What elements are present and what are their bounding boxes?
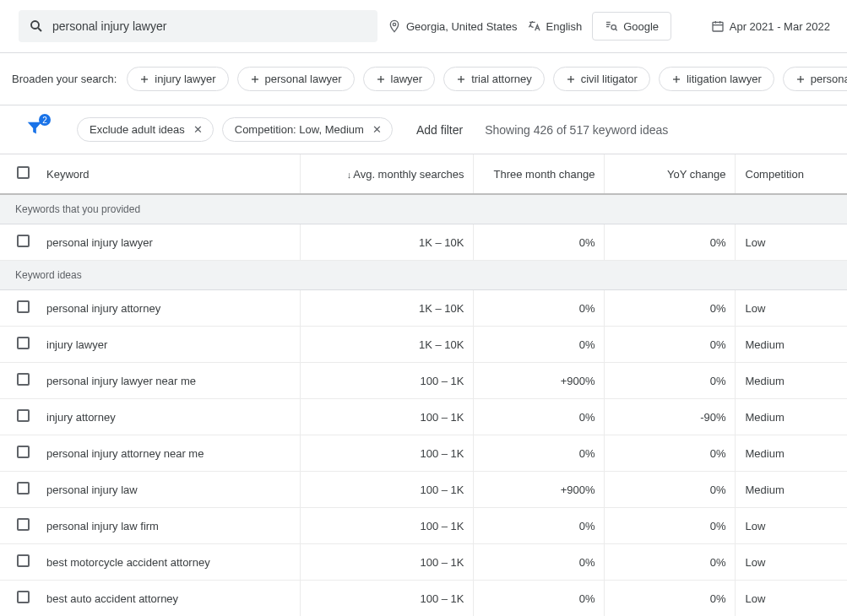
table-row[interactable]: injury attorney100 – 1K0%-90%Medium bbox=[0, 399, 847, 435]
table-row[interactable]: best auto accident attorney100 – 1K0%0%L… bbox=[0, 581, 847, 617]
col-three-month[interactable]: Three month change bbox=[473, 154, 604, 195]
plus-icon bbox=[376, 74, 386, 84]
section-header: Keywords that you provided bbox=[0, 194, 847, 224]
cell-three: 0% bbox=[473, 399, 604, 435]
cell-comp: Low bbox=[735, 508, 847, 544]
date-range-text: Apr 2021 - Mar 2022 bbox=[730, 20, 830, 33]
network-selector[interactable]: Google bbox=[592, 12, 671, 41]
cell-keyword: personal injury attorney bbox=[38, 290, 300, 327]
cell-yoy: 0% bbox=[604, 508, 735, 544]
cell-three: 0% bbox=[473, 435, 604, 472]
select-all-checkbox[interactable] bbox=[17, 166, 30, 179]
cell-three: 0% bbox=[473, 224, 604, 261]
cell-comp: Medium bbox=[735, 472, 847, 508]
cell-avg: 100 – 1K bbox=[300, 435, 473, 472]
location-selector[interactable]: Georgia, United States bbox=[388, 19, 518, 33]
cell-three: 0% bbox=[473, 581, 604, 617]
cell-comp: Low bbox=[735, 224, 847, 261]
chip-label: trial attorney bbox=[471, 73, 532, 85]
col-competition[interactable]: Competition bbox=[735, 154, 847, 195]
cell-three: 0% bbox=[473, 544, 604, 581]
cell-yoy: 0% bbox=[604, 544, 735, 581]
language-selector[interactable]: English bbox=[528, 19, 583, 33]
filter-funnel[interactable]: 2 bbox=[25, 119, 44, 140]
row-checkbox[interactable] bbox=[17, 373, 30, 386]
close-icon[interactable]: ✕ bbox=[193, 123, 203, 136]
svg-line-4 bbox=[616, 29, 617, 30]
cell-keyword: injury attorney bbox=[38, 399, 300, 435]
cell-yoy: 0% bbox=[604, 472, 735, 508]
broaden-bar: Broaden your search: injury lawyerperson… bbox=[0, 53, 847, 105]
network-text: Google bbox=[623, 20, 659, 33]
cell-avg: 100 – 1K bbox=[300, 399, 473, 435]
cell-avg: 1K – 10K bbox=[300, 290, 473, 327]
broaden-chip[interactable]: litigation lawyer bbox=[659, 67, 774, 91]
cell-avg: 100 – 1K bbox=[300, 544, 473, 581]
row-checkbox[interactable] bbox=[17, 591, 30, 603]
row-checkbox[interactable] bbox=[17, 300, 30, 313]
cell-comp: Medium bbox=[735, 327, 847, 363]
svg-point-3 bbox=[611, 25, 616, 30]
cell-avg: 1K – 10K bbox=[300, 327, 473, 363]
row-checkbox[interactable] bbox=[17, 482, 30, 494]
row-checkbox[interactable] bbox=[17, 446, 30, 458]
broaden-chip[interactable]: civil litigator bbox=[553, 67, 650, 91]
svg-point-0 bbox=[31, 21, 39, 29]
table-row[interactable]: personal injury lawyer near me100 – 1K+9… bbox=[0, 363, 847, 399]
row-checkbox[interactable] bbox=[17, 554, 30, 567]
location-text: Georgia, United States bbox=[406, 20, 518, 33]
cell-keyword: personal injury lawyer bbox=[38, 224, 300, 261]
col-keyword[interactable]: Keyword bbox=[38, 154, 300, 195]
row-checkbox[interactable] bbox=[17, 518, 30, 531]
cell-comp: Low bbox=[735, 544, 847, 581]
plus-icon bbox=[566, 74, 576, 84]
cell-keyword: best auto accident attorney bbox=[38, 581, 300, 617]
broaden-chip[interactable]: injury lawyer bbox=[127, 67, 228, 91]
chip-label: lawyer bbox=[391, 73, 423, 85]
search-input[interactable] bbox=[52, 19, 367, 33]
row-checkbox[interactable] bbox=[17, 235, 30, 247]
chip-label: personal injury bbox=[811, 73, 847, 85]
col-avg-searches[interactable]: ↓Avg. monthly searches bbox=[300, 154, 473, 195]
table-row[interactable]: personal injury law firm100 – 1K0%0%Low bbox=[0, 508, 847, 544]
cell-yoy: 0% bbox=[604, 224, 735, 261]
cell-comp: Low bbox=[735, 290, 847, 327]
cell-avg: 100 – 1K bbox=[300, 581, 473, 617]
date-range-selector[interactable]: Apr 2021 - Mar 2022 bbox=[711, 19, 830, 33]
svg-line-1 bbox=[38, 28, 41, 31]
close-icon[interactable]: ✕ bbox=[372, 123, 382, 136]
col-yoy[interactable]: YoY change bbox=[604, 154, 735, 195]
broaden-chip[interactable]: lawyer bbox=[363, 67, 436, 91]
filter-count-badge: 2 bbox=[39, 114, 51, 126]
cell-comp: Medium bbox=[735, 399, 847, 435]
sort-down-icon: ↓ bbox=[347, 170, 352, 180]
cell-keyword: best motorcycle accident attorney bbox=[38, 544, 300, 581]
cell-yoy: 0% bbox=[604, 363, 735, 399]
cell-comp: Low bbox=[735, 581, 847, 617]
network-icon bbox=[605, 19, 618, 33]
row-checkbox[interactable] bbox=[17, 337, 30, 349]
table-row[interactable]: personal injury lawyer1K – 10K0%0%Low bbox=[0, 224, 847, 261]
table-header-row: Keyword ↓Avg. monthly searches Three mon… bbox=[0, 154, 847, 195]
table-row[interactable]: injury lawyer1K – 10K0%0%Medium bbox=[0, 327, 847, 363]
location-icon bbox=[388, 19, 401, 33]
broaden-chip[interactable]: trial attorney bbox=[443, 67, 545, 91]
table-row[interactable]: personal injury law100 – 1K+900%0%Medium bbox=[0, 472, 847, 508]
row-checkbox[interactable] bbox=[17, 409, 30, 422]
add-filter-button[interactable]: Add filter bbox=[416, 123, 463, 137]
table-row[interactable]: personal injury attorney1K – 10K0%0%Low bbox=[0, 290, 847, 327]
table-row[interactable]: best motorcycle accident attorney100 – 1… bbox=[0, 544, 847, 581]
chip-label: injury lawyer bbox=[155, 73, 215, 85]
plus-icon bbox=[795, 74, 806, 84]
cell-comp: Medium bbox=[735, 363, 847, 399]
chip-label: litigation lawyer bbox=[687, 73, 762, 85]
top-bar: Georgia, United States English Google Ap… bbox=[0, 0, 847, 53]
search-box[interactable] bbox=[19, 10, 377, 42]
cell-avg: 1K – 10K bbox=[300, 224, 473, 261]
cell-three: +900% bbox=[473, 363, 604, 399]
table-row[interactable]: personal injury attorney near me100 – 1K… bbox=[0, 435, 847, 472]
broaden-chip[interactable]: personal injury bbox=[783, 67, 847, 91]
cell-three: 0% bbox=[473, 508, 604, 544]
filter-bar: 2 Exclude adult ideas✕Competition: Low, … bbox=[0, 105, 847, 154]
broaden-chip[interactable]: personal lawyer bbox=[237, 67, 355, 91]
